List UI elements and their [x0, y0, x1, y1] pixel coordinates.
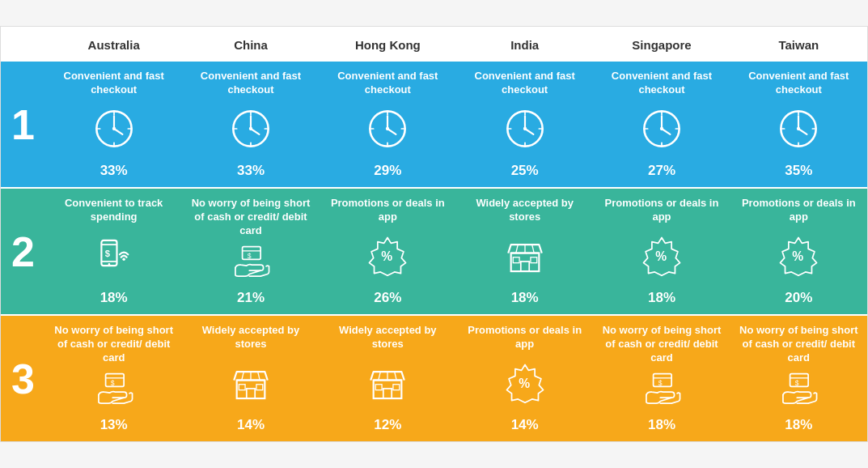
rank-spacer — [1, 35, 45, 55]
rank-3-cell-1: Widely accepted by stores 14% — [182, 316, 319, 441]
rank-2-pct-3: 18% — [511, 290, 539, 306]
rank-2-label-5: Promotions or deals in app — [735, 197, 862, 228]
svg-rect-75 — [256, 384, 263, 389]
rank-1-label-1: Convenient and fast checkout — [187, 70, 314, 100]
rank-1-cell-3: Convenient and fast checkout 25% — [456, 62, 593, 187]
rank-1-icon-4 — [641, 108, 683, 156]
rank-3-icon-3: % — [504, 362, 546, 411]
rank-row-3: 3No worry of being short of cash or cred… — [1, 316, 867, 441]
rank-3-label-2: Widely accepted by stores — [324, 324, 451, 355]
svg-text:%: % — [519, 377, 530, 390]
svg-text:$: $ — [248, 252, 252, 260]
svg-rect-83 — [393, 384, 400, 389]
rank-2-label-3: Widely accepted by stores — [461, 197, 588, 228]
rank-2-pct-4: 18% — [648, 290, 675, 306]
rank-1-cell-1: Convenient and fast checkout 33% — [182, 62, 319, 187]
rank-1-cell-5: Convenient and fast checkout 35% — [730, 62, 867, 187]
svg-line-76 — [242, 372, 244, 380]
rank-3-pct-4: 18% — [648, 417, 675, 433]
rank-1-pct-0: 33% — [100, 163, 128, 179]
rank-3-cell-2: Widely accepted by stores 12% — [320, 316, 456, 441]
rank-3-cell-3: Promotions or deals in app % 14% — [456, 316, 593, 441]
svg-text:%: % — [382, 249, 393, 263]
rank-3-pct-1: 14% — [237, 417, 265, 433]
svg-point-53 — [122, 257, 125, 260]
rank-2-pct-0: 18% — [100, 290, 128, 306]
rank-2-icon-3 — [504, 235, 546, 283]
svg-rect-61 — [513, 257, 519, 262]
rank-2-label-2: Promotions or deals in app — [324, 197, 451, 228]
rank-1-cell-2: Convenient and fast checkout 29% — [320, 62, 456, 187]
svg-line-27 — [525, 129, 533, 134]
rank-3-cell-0: No worry of being short of cash or credi… — [45, 316, 182, 441]
header-row: Australia China Hong Kong India Singapor… — [1, 27, 867, 62]
rank-1-icon-3 — [504, 108, 546, 156]
svg-line-84 — [379, 372, 381, 380]
rank-1-pct-1: 33% — [237, 163, 265, 179]
rank-1-icon-1 — [230, 108, 272, 156]
svg-rect-60 — [520, 261, 528, 270]
rank-2-label-4: Promotions or deals in app — [598, 197, 725, 228]
rank-1-icon-5 — [777, 108, 819, 156]
header-singapore: Singapore — [593, 35, 730, 55]
rank-1-pct-4: 27% — [648, 163, 675, 179]
rank-2-pct-1: 21% — [237, 290, 265, 306]
svg-line-3 — [114, 129, 122, 134]
svg-line-78 — [258, 372, 260, 380]
rank-2-cell-2: Promotions or deals in app % 26% — [320, 189, 456, 314]
rank-2-cell-4: Promotions or deals in app % 18% — [593, 189, 730, 314]
header-china: China — [182, 35, 319, 55]
rank-2-cell-5: Promotions or deals in app % 20% — [730, 189, 867, 314]
rank-3-label-1: Widely accepted by stores — [187, 324, 314, 355]
rank-3-icon-1 — [230, 362, 272, 411]
svg-rect-54 — [243, 246, 261, 259]
rank-2-cell-3: Widely accepted by stores 18% — [456, 189, 593, 314]
header-hongkong: Hong Kong — [320, 35, 456, 55]
rank-2-pct-5: 20% — [785, 290, 812, 306]
svg-text:%: % — [793, 249, 804, 263]
rank-number-2: 2 — [1, 189, 45, 314]
rank-1-label-5: Convenient and fast checkout — [735, 70, 862, 100]
rank-3-cell-4: No worry of being short of cash or credi… — [593, 316, 730, 441]
svg-rect-73 — [247, 388, 255, 398]
rank-1-cell-4: Convenient and fast checkout 27% — [593, 62, 730, 187]
rows-container: 1Convenient and fast checkout 33%Conveni… — [1, 62, 867, 441]
rank-3-label-4: No worry of being short of cash or credi… — [598, 324, 725, 365]
rank-1-pct-3: 25% — [511, 163, 539, 179]
svg-text:$: $ — [110, 379, 114, 387]
chart-container: Australia China Hong Kong India Singapor… — [0, 26, 868, 442]
rank-3-icon-4: $ — [641, 367, 683, 415]
rank-number-3: 3 — [1, 316, 45, 441]
rank-1-icon-2 — [366, 108, 409, 156]
svg-line-35 — [662, 129, 670, 134]
svg-text:$: $ — [795, 379, 799, 387]
header-australia: Australia — [45, 35, 182, 55]
svg-rect-91 — [790, 373, 809, 386]
rank-1-label-4: Convenient and fast checkout — [598, 70, 725, 100]
rank-1-cell-0: Convenient and fast checkout 33% — [45, 62, 182, 187]
rank-3-pct-3: 14% — [511, 417, 539, 433]
svg-rect-62 — [531, 257, 537, 262]
rank-1-label-2: Convenient and fast checkout — [324, 70, 451, 100]
rank-1-label-3: Convenient and fast checkout — [461, 70, 588, 100]
rank-2-icon-2: % — [366, 235, 409, 283]
svg-line-19 — [387, 129, 396, 134]
rank-2-label-1: No worry of being short of cash or credi… — [187, 197, 314, 238]
rank-1-label-0: Convenient and fast checkout — [50, 70, 177, 100]
rank-3-icon-5: $ — [777, 367, 819, 415]
svg-line-43 — [798, 129, 807, 134]
rank-2-icon-1: $ — [230, 240, 272, 288]
rank-2-cell-0: Convenient to track spending $ 18% — [45, 189, 182, 314]
svg-rect-88 — [654, 373, 672, 386]
svg-point-51 — [108, 263, 110, 266]
svg-line-63 — [515, 245, 518, 253]
rank-3-pct-2: 12% — [374, 417, 401, 433]
rank-3-icon-2 — [366, 362, 409, 411]
header-taiwan: Taiwan — [730, 35, 867, 55]
rank-2-icon-4: % — [641, 235, 683, 283]
svg-text:$: $ — [104, 248, 110, 257]
rank-2-cell-1: No worry of being short of cash or credi… — [182, 189, 319, 314]
svg-line-86 — [395, 372, 397, 380]
svg-rect-68 — [105, 373, 124, 386]
rank-3-label-0: No worry of being short of cash or credi… — [50, 324, 177, 365]
